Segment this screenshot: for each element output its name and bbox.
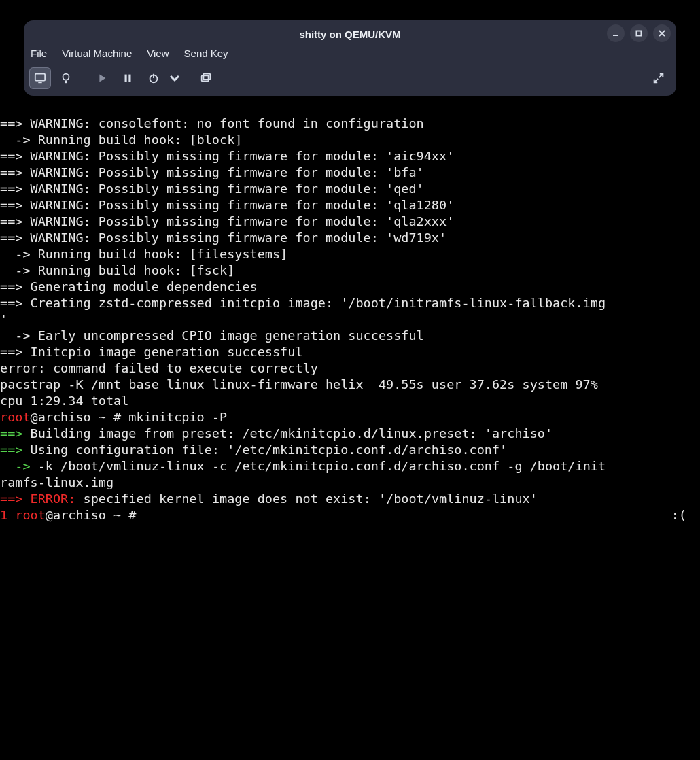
svg-marker-9 (99, 75, 105, 82)
details-button[interactable] (55, 67, 77, 89)
close-button[interactable] (653, 24, 671, 42)
separator (188, 69, 188, 87)
lightbulb-icon (60, 72, 72, 84)
run-button[interactable] (91, 67, 113, 89)
window-controls (607, 24, 671, 42)
menu-file[interactable]: File (31, 48, 47, 59)
console-button[interactable] (29, 67, 51, 89)
svg-rect-11 (128, 75, 130, 82)
snapshots-icon (200, 72, 212, 84)
shutdown-menu-button[interactable] (169, 67, 181, 89)
power-icon (147, 72, 160, 84)
pause-icon (122, 72, 134, 84)
menu-view[interactable]: View (147, 48, 169, 59)
monitor-icon (34, 72, 46, 84)
play-icon (96, 72, 108, 84)
svg-rect-10 (125, 75, 127, 82)
menu-send-key[interactable]: Send Key (184, 48, 228, 59)
svg-rect-14 (202, 75, 209, 81)
vm-window: shitty on QEMU/KVM File Virtual Machine … (24, 20, 676, 96)
svg-point-6 (63, 74, 69, 80)
titlebar: shitty on QEMU/KVM (24, 20, 676, 48)
toolbar (24, 65, 676, 96)
menubar: File Virtual Machine View Send Key (24, 48, 676, 65)
separator (84, 69, 84, 87)
window-title: shitty on QEMU/KVM (24, 29, 676, 40)
svg-rect-1 (637, 31, 642, 36)
maximize-button[interactable] (630, 24, 648, 42)
svg-rect-15 (203, 74, 210, 80)
fullscreen-icon (652, 72, 665, 84)
menu-virtual-machine[interactable]: Virtual Machine (62, 48, 132, 59)
shutdown-button[interactable] (143, 67, 164, 89)
fullscreen-button[interactable] (648, 67, 669, 89)
chevron-down-icon (169, 72, 181, 84)
minimize-button[interactable] (607, 24, 625, 42)
snapshots-button[interactable] (195, 67, 217, 89)
pause-button[interactable] (117, 67, 139, 89)
svg-rect-4 (35, 74, 45, 81)
